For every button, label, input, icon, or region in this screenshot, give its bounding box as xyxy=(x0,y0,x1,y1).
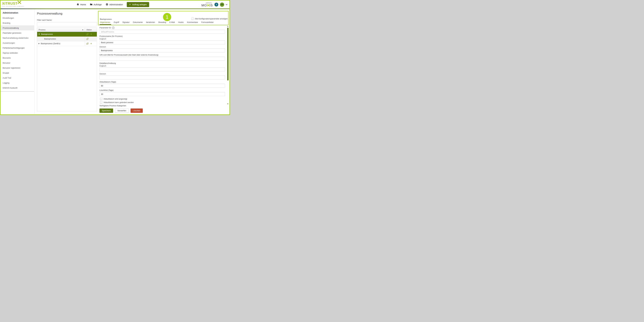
help-button[interactable]: ? xyxy=(214,3,218,7)
deletion-label: Löschfrist (Tage) xyxy=(100,89,225,91)
process-form: Parameter-ID i * Prozessname (für Prozes… xyxy=(100,27,225,108)
sidebar-item-label: Gruppe xyxy=(3,72,9,74)
show-all-checkbox[interactable] xyxy=(191,18,194,20)
sidebar-item[interactable]: Fehlerbenachrichtigungen xyxy=(0,45,34,50)
english-label: Englisch xyxy=(100,65,225,67)
sidebar-item[interactable]: Benutzer xyxy=(0,60,34,65)
tab[interactable]: Hooks xyxy=(178,21,184,23)
sidebar-item[interactable]: Einstellungen xyxy=(0,16,34,21)
copy-icon[interactable] xyxy=(86,33,88,35)
nav-auftraege[interactable]: Aufträge xyxy=(90,3,102,6)
caret-right-icon[interactable] xyxy=(38,43,40,44)
process-name: Basisprozess (ZertEs) xyxy=(41,43,60,45)
tab[interactable]: Zugriff xyxy=(114,21,119,23)
sort-asc-icon xyxy=(82,29,83,30)
sidebar-item[interactable]: Nachverarbeitung wiederholen xyxy=(0,35,34,40)
user-avatar[interactable]: AH xyxy=(220,3,224,7)
sidebar-item-label: Logging xyxy=(3,82,10,84)
uri-label: URI zum Bild für Prozessauswahl (bei Sta… xyxy=(100,54,225,56)
discard-button[interactable]: Verwerfen xyxy=(115,109,129,113)
detail-description-label: Detailbeschreibung xyxy=(100,62,225,64)
tab-label: Allgemeines xyxy=(100,21,110,23)
nav-administration-label: Administration xyxy=(110,3,123,6)
process-name-de-input[interactable] xyxy=(100,48,225,53)
nav-home[interactable]: Home xyxy=(76,3,86,6)
process-name: Basisprozess xyxy=(44,38,56,40)
tab[interactable]: Kommentare xyxy=(187,21,198,23)
process-name-en-input[interactable] xyxy=(100,40,225,45)
tab[interactable]: Formularfelder xyxy=(201,21,214,23)
deletion-input[interactable] xyxy=(100,92,225,96)
sidebar-item[interactable]: Audit Trail xyxy=(0,75,34,80)
tab[interactable]: Signatur xyxy=(122,21,130,23)
sidebar-item[interactable]: Branding xyxy=(0,21,34,26)
create-order-label: Auftrag anlegen xyxy=(132,3,147,6)
parameter-id-input[interactable] xyxy=(100,30,225,34)
uri-input[interactable] xyxy=(100,57,225,61)
tab[interactable]: Iterationen xyxy=(146,21,155,23)
tab[interactable]: E-Mail xyxy=(170,21,175,23)
main-nav: Home Aufträge Administration + Auftrag a… xyxy=(76,1,149,9)
filter-name-input[interactable] xyxy=(37,22,97,26)
sidebar-item[interactable]: Auswertungen xyxy=(0,40,34,45)
brand-tagline: THE ESIGNATURE COMPANY xyxy=(2,6,24,7)
tab[interactable]: Allgemeines xyxy=(100,21,110,23)
filter-label: Filter nach Name: xyxy=(37,19,97,21)
scroll-up-icon[interactable] xyxy=(227,26,228,27)
delete-button[interactable]: Löschen xyxy=(130,109,143,113)
create-order-button[interactable]: + Auftrag anlegen xyxy=(127,2,149,7)
tab-label: Kommentare xyxy=(187,21,198,23)
expiry-input[interactable] xyxy=(100,84,225,88)
sidebar-item[interactable]: Biometrie xyxy=(0,55,34,60)
table-row[interactable]: Basisprozess (ZertEs) + xyxy=(37,41,97,46)
sidebar-item[interactable]: Logging xyxy=(0,80,34,85)
expiry-shown-checkbox[interactable] xyxy=(100,98,102,100)
nav-administration[interactable]: Administration xyxy=(106,3,123,6)
tab-label: Branding xyxy=(158,21,166,23)
german-label: Deutsch xyxy=(100,73,225,75)
column-header-process[interactable]: Prozess xyxy=(37,28,85,32)
chevron-down-icon[interactable] xyxy=(226,4,228,5)
tab[interactable]: Dokumente xyxy=(133,21,142,23)
save-button[interactable]: Speichern xyxy=(100,109,113,113)
tab-label: Zugriff xyxy=(114,21,119,23)
table-row[interactable]: Basisprozess + xyxy=(37,32,97,37)
scrollbar-thumb[interactable] xyxy=(227,28,228,81)
process-name-en-field: * xyxy=(100,40,225,45)
tab[interactable]: Branding xyxy=(158,21,166,23)
sidebar-item[interactable]: Gruppe xyxy=(0,70,34,75)
tab-label: Signatur xyxy=(122,21,130,23)
avatar-initials: AH xyxy=(221,4,223,6)
sidebar-item-label: Biometrie xyxy=(3,57,11,59)
form-scrollbar xyxy=(227,26,228,104)
scroll-down-icon[interactable] xyxy=(227,104,228,104)
sidebar-item-label: Nachverarbeitung wiederholen xyxy=(3,37,28,39)
sidebar-item[interactable]: Prozessverwaltung xyxy=(0,26,34,30)
sidebar-item-label: Branding xyxy=(3,22,10,24)
show-all-parameters: Alle Konfigurationsparameter anzeigen xyxy=(191,18,228,20)
home-icon xyxy=(76,3,79,6)
description-de-input[interactable] xyxy=(100,75,225,79)
add-icon[interactable]: + xyxy=(90,43,92,44)
xitrust-logo[interactable]: XITRUST THE ESIGNATURE COMPANY xyxy=(2,2,24,7)
caret-down-icon[interactable] xyxy=(38,34,40,35)
plus-icon: + xyxy=(129,4,131,5)
brand-text: XITRUST xyxy=(2,2,18,5)
sidebar-item-label: Platzhalter generieren xyxy=(3,32,21,34)
sidebar-item-label: Fehlerbenachrichtigungen xyxy=(3,47,25,49)
tab-label: Formularfelder xyxy=(201,21,214,23)
expiry-changeable-checkbox[interactable] xyxy=(100,101,102,104)
copy-icon[interactable] xyxy=(86,43,88,45)
info-icon[interactable]: i xyxy=(112,27,114,29)
folder-icon xyxy=(90,3,92,6)
app-window: XITRUST THE ESIGNATURE COMPANY Home xyxy=(0,0,230,115)
copy-icon[interactable] xyxy=(86,38,88,40)
table-row[interactable]: Basisprozess xyxy=(37,37,97,41)
german-label: Deutsch xyxy=(100,46,225,48)
sidebar-item[interactable]: XignUp verbinden xyxy=(0,50,34,55)
description-en-input[interactable] xyxy=(100,67,225,72)
add-icon[interactable]: + xyxy=(90,34,92,35)
sidebar-item[interactable]: Benutzer registrieren xyxy=(0,65,34,70)
sidebar-item[interactable]: Platzhalter generieren xyxy=(0,30,34,35)
sidebar-item[interactable]: DSGVO Auskunft xyxy=(0,85,34,90)
